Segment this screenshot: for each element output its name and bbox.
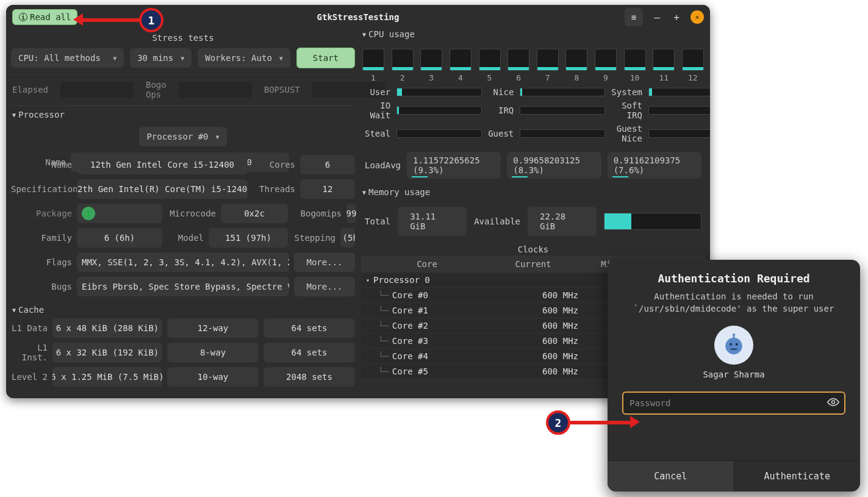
cpu-model: 151 (97h) — [209, 228, 288, 248]
triangle-down-icon: ▼ — [12, 307, 16, 313]
loadavg-15: 0.91162109375 (7.6%) — [608, 152, 701, 179]
annotation-circle-2: 2 — [546, 410, 570, 435]
robot-avatar-icon — [720, 332, 747, 359]
cpu-core-bar: 8 — [565, 49, 587, 82]
annotation-arrow-1 — [79, 18, 140, 22]
stress-workers-combo[interactable]: Workers: Auto▼ — [198, 48, 290, 68]
hamburger-menu-button[interactable]: ≡ — [625, 8, 643, 26]
svg-point-2 — [736, 343, 738, 346]
stress-duration-combo[interactable]: 30 mins▼ — [130, 48, 192, 68]
svg-point-5 — [733, 334, 735, 336]
flags-more-button[interactable]: More... — [294, 252, 355, 272]
cpu-core-bar: 2 — [392, 49, 414, 82]
chevron-down-icon: ▼ — [279, 55, 283, 62]
cache-row: L1 Inst. 6 x 32 KiB (192 KiB) 8-way 64 s… — [11, 343, 355, 362]
clocks-title: Clocks — [361, 242, 705, 256]
svg-point-6 — [832, 401, 835, 404]
bogo-ops-label: Bogo Ops — [146, 80, 167, 99]
close-button[interactable]: ✕ — [690, 10, 704, 24]
auth-dialog: Authentication Required Authentication i… — [608, 260, 860, 492]
bopsust-label: BOPSUST — [264, 85, 300, 95]
iowait-bar — [396, 106, 482, 115]
elapsed-value[interactable] — [60, 82, 134, 98]
bogo-ops-value[interactable] — [179, 82, 252, 98]
cpu-threads: 12 — [300, 179, 355, 199]
minimize-button[interactable]: – — [651, 12, 662, 23]
nice-bar — [520, 88, 605, 96]
start-button[interactable]: Start — [296, 48, 355, 68]
info-circle-icon: i — [82, 207, 95, 220]
svg-point-1 — [730, 343, 732, 346]
memory-available: 22.28 GiB — [528, 207, 597, 236]
irq-bar — [520, 106, 605, 115]
stress-method-combo[interactable]: CPU: All methods▼ — [11, 48, 124, 68]
annotation-arrow-2 — [570, 421, 631, 424]
password-input[interactable] — [622, 392, 845, 415]
cancel-button[interactable]: Cancel — [608, 461, 734, 492]
chevron-down-icon: ▼ — [113, 55, 117, 62]
triangle-down-icon: ▼ — [362, 31, 366, 38]
cpu-cores: 6 — [300, 155, 355, 174]
arrow-head-icon — [73, 13, 83, 26]
auth-message: Authentication is needed to run `/usr/sb… — [608, 291, 860, 315]
maximize-button[interactable]: + — [671, 12, 682, 23]
svg-rect-3 — [731, 349, 737, 350]
annotation-circle-1: 1 — [139, 8, 163, 32]
auth-title: Authentication Required — [608, 260, 860, 291]
cpu-family: 6 (6h) — [77, 228, 162, 248]
cpu-core-bar: 5 — [479, 49, 501, 82]
guestnice-bar — [648, 129, 710, 138]
arrow-head-icon — [630, 416, 640, 428]
processor-selector-combo[interactable]: Processor #0▼ — [139, 127, 226, 146]
cpu-stepping: 5 (5h) — [340, 228, 355, 248]
main-window: i Read all GtkStressTesting ≡ – + ✕ Stre… — [6, 5, 710, 398]
chevron-down-icon: ▼ — [216, 134, 220, 140]
bugs-more-button[interactable]: More... — [294, 277, 355, 296]
guest-bar — [520, 129, 605, 138]
loadavg-5: 0.99658203125 (8.3%) — [507, 152, 601, 179]
cpu-flags: MMX, SSE(1, 2, 3, 3S, 4.1, 4.2), AVX(1, … — [77, 252, 289, 272]
read-all-button[interactable]: i Read all — [12, 9, 77, 25]
cpu-usage-expander[interactable]: ▼ CPU usage — [361, 29, 705, 43]
user-bar — [396, 88, 482, 96]
cpu-core-bar: 12 — [682, 49, 704, 82]
processor-expander[interactable]: ▼ Processor — [11, 106, 355, 123]
cache-row: L1 Data 6 x 48 KiB (288 KiB) 12-way 64 s… — [11, 318, 355, 338]
chevron-down-icon: ▼ — [181, 55, 184, 62]
cpu-package: i — [77, 204, 162, 223]
window-title: GtkStressTesting — [317, 12, 400, 22]
cpu-spec: 12th Gen Intel(R) Core(TM) i5-12400 — [77, 179, 248, 199]
left-column: Stress tests CPU: All methods▼ 30 mins▼ … — [11, 29, 355, 393]
user-avatar — [714, 326, 753, 365]
loadavg-label: LoadAvg — [365, 160, 401, 170]
cpu-core-bar: 1 — [362, 49, 384, 82]
show-password-icon[interactable] — [827, 396, 839, 410]
cpu-name: 12th Gen Intel Core i5-12400 — [77, 155, 248, 174]
cpu-core-bar: 10 — [624, 49, 646, 82]
info-icon: i — [19, 13, 27, 21]
loadavg-1: 1.11572265625 (9.3%) — [407, 152, 501, 179]
stress-tests-title: Stress tests — [11, 29, 355, 45]
cpu-core-bar: 7 — [537, 49, 559, 82]
auth-username: Sagar Sharma — [608, 370, 860, 379]
cpu-microcode: 0x2c — [221, 204, 288, 223]
cpu-bogomips: 4992 — [346, 204, 356, 223]
elapsed-label: Elapsed — [12, 85, 48, 95]
cache-row: Level 2 6 x 1.25 MiB (7.5 MiB) 10-way 20… — [11, 367, 355, 387]
cpu-core-bar: 11 — [653, 49, 675, 82]
cpu-core-bar: 3 — [420, 49, 442, 82]
cpu-core-bar: 9 — [595, 49, 617, 82]
memory-usage-expander[interactable]: ▼ Memory usage — [361, 184, 705, 201]
authenticate-button[interactable]: Authenticate — [734, 461, 861, 492]
cpu-bugs: Eibrs Pbrsb, Spec Store Bypass, Spectre … — [77, 277, 289, 296]
memory-usage-bar — [604, 213, 701, 230]
triangle-down-icon: ▼ — [362, 189, 366, 196]
cpu-core-bar: 4 — [450, 49, 472, 82]
svg-point-0 — [725, 338, 742, 355]
triangle-down-icon: ▼ — [12, 112, 16, 118]
memory-total: 31.11 GiB — [398, 207, 467, 236]
cache-expander[interactable]: ▼ Cache — [11, 301, 355, 318]
steal-bar — [396, 129, 482, 138]
softirq-bar — [648, 106, 710, 115]
read-all-label: Read all — [30, 12, 71, 22]
